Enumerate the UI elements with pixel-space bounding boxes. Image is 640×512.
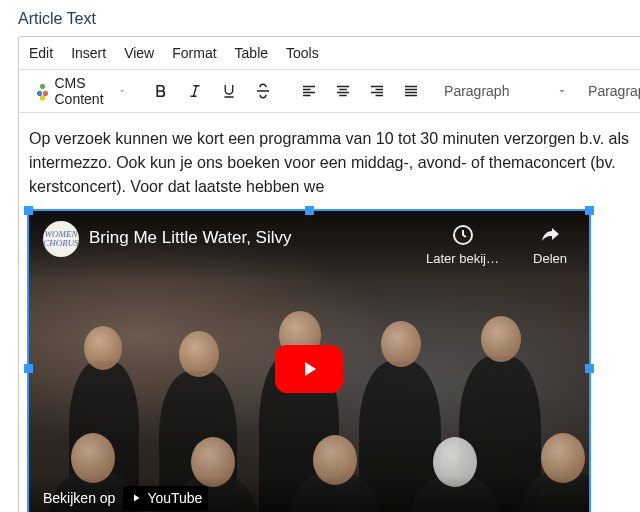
share-label: Delen bbox=[533, 249, 567, 269]
resize-handle-tm[interactable] bbox=[305, 206, 314, 215]
block-format-value: Paragraph bbox=[444, 83, 509, 99]
underline-button[interactable] bbox=[214, 76, 244, 106]
menu-insert[interactable]: Insert bbox=[71, 45, 106, 61]
resize-handle-mr[interactable] bbox=[585, 364, 594, 373]
joomla-icon bbox=[35, 80, 50, 102]
align-right-button[interactable] bbox=[362, 76, 392, 106]
menu-format[interactable]: Format bbox=[172, 45, 216, 61]
bold-button[interactable] bbox=[146, 76, 176, 106]
youtube-brand-text: YouTube bbox=[147, 488, 202, 509]
youtube-play-icon bbox=[129, 492, 143, 504]
share-button[interactable]: Delen bbox=[525, 223, 575, 269]
chevron-down-icon bbox=[118, 85, 126, 97]
watch-later-label: Later bekij… bbox=[426, 249, 499, 269]
align-justify-button[interactable] bbox=[396, 76, 426, 106]
channel-avatar[interactable]: WOMEN CHORUS bbox=[43, 221, 79, 257]
section-label: Article Text bbox=[18, 10, 640, 28]
menu-table[interactable]: Table bbox=[235, 45, 268, 61]
block-format-value-2: Paragraph bbox=[588, 83, 640, 99]
youtube-bottom-overlay: Bekijken op YouTube bbox=[29, 476, 589, 512]
play-icon bbox=[297, 357, 321, 381]
toolbar: CMS Content Paragraph Paragraph bbox=[19, 69, 640, 113]
editor-frame: Edit Insert View Format Table Tools CMS … bbox=[18, 36, 640, 512]
block-format-select-2[interactable]: Paragraph bbox=[580, 76, 640, 106]
cms-content-label: CMS Content bbox=[54, 75, 113, 107]
clock-icon bbox=[451, 223, 475, 247]
align-center-button[interactable] bbox=[328, 76, 358, 106]
italic-button[interactable] bbox=[180, 76, 210, 106]
body-paragraph[interactable]: Op verzoek kunnen we kort een programma … bbox=[29, 127, 640, 199]
editor-content[interactable]: Op verzoek kunnen we kort een programma … bbox=[19, 113, 640, 512]
resize-handle-tl[interactable] bbox=[24, 206, 33, 215]
cms-content-dropdown[interactable]: CMS Content bbox=[31, 76, 130, 106]
youtube-brand-button[interactable]: YouTube bbox=[123, 486, 208, 511]
menu-tools[interactable]: Tools bbox=[286, 45, 319, 61]
watch-on-label[interactable]: Bekijken op bbox=[43, 488, 115, 509]
align-left-button[interactable] bbox=[294, 76, 324, 106]
menu-view[interactable]: View bbox=[124, 45, 154, 61]
embedded-video-frame[interactable]: WOMEN CHORUS Bring Me Little Water, Silv… bbox=[29, 211, 589, 512]
share-icon bbox=[538, 223, 562, 247]
strikethrough-button[interactable] bbox=[248, 76, 278, 106]
play-button[interactable] bbox=[275, 345, 343, 393]
watch-later-button[interactable]: Later bekij… bbox=[426, 223, 499, 269]
block-format-select[interactable]: Paragraph bbox=[436, 76, 576, 106]
chevron-down-icon bbox=[556, 85, 568, 97]
youtube-player[interactable]: WOMEN CHORUS Bring Me Little Water, Silv… bbox=[29, 211, 589, 512]
youtube-top-overlay: WOMEN CHORUS Bring Me Little Water, Silv… bbox=[29, 211, 589, 281]
video-title[interactable]: Bring Me Little Water, Silvy bbox=[89, 221, 416, 251]
resize-handle-tr[interactable] bbox=[585, 206, 594, 215]
menubar: Edit Insert View Format Table Tools bbox=[19, 37, 640, 69]
resize-handle-ml[interactable] bbox=[24, 364, 33, 373]
menu-edit[interactable]: Edit bbox=[29, 45, 53, 61]
